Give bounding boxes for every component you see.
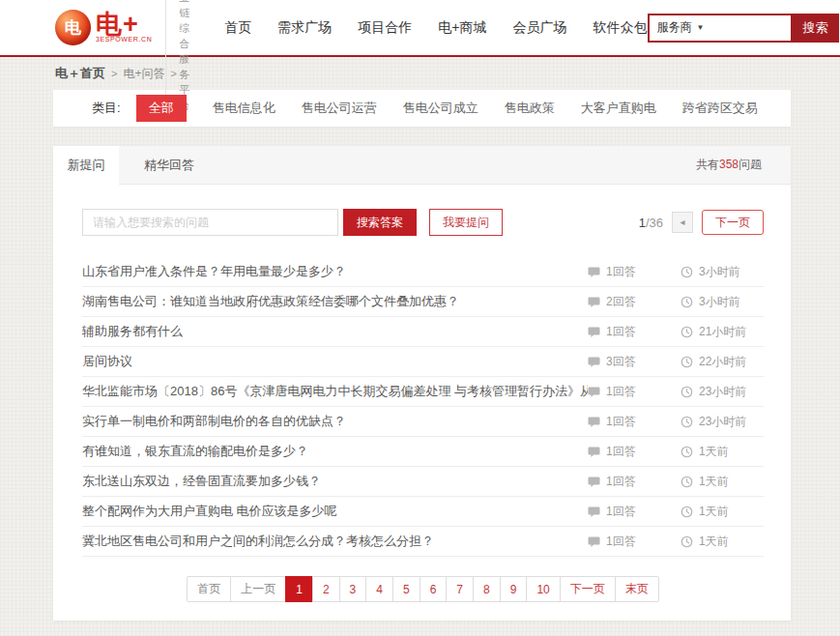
question-time-label: 1天前 [699,474,729,490]
question-link[interactable]: 居间协议 [82,353,588,370]
qa-panel: 新提问 精华回答 共有358问题 搜索答案 我要提问 1/36 ◂ 下一页 山东… [53,146,791,621]
answer-count: 1回答 [588,504,663,520]
comment-icon [588,506,600,518]
pagination-page-3[interactable]: 3 [339,576,367,602]
pagination-prev[interactable]: 上一页 [230,576,286,602]
nav-item-software-crowdsourcing[interactable]: 软件众包 [594,19,648,37]
pagination-last[interactable]: 末页 [615,576,659,602]
header-search-group: 服务商 ▼ 搜索 发布需求 [648,14,840,43]
site-logo[interactable]: 电 电+ 3ESPOWER.CN [55,10,152,45]
category-policy[interactable]: 售电政策 [505,100,555,117]
pagination-page-2[interactable]: 2 [312,576,340,602]
page-indicator-current: 1 [639,216,646,230]
pagination-first[interactable]: 首页 [187,576,231,602]
question-link[interactable]: 湖南售电公司：谁知道当地政府优惠政策经信委哪个文件叠加优惠？ [82,293,588,310]
clock-icon [681,296,693,308]
logo-domain: 3ESPOWER.CN [96,36,152,43]
comment-icon [588,386,600,398]
nav-item-home[interactable]: 首页 [224,19,251,37]
pagination-next[interactable]: 下一页 [560,576,616,602]
answer-count: 1回答 [588,474,663,490]
answer-count: 1回答 [588,444,663,460]
pagination-page-9[interactable]: 9 [500,576,528,602]
question-link[interactable]: 山东省用户准入条件是？年用电量最少是多少？ [82,263,588,280]
clock-icon [681,356,693,368]
category-large-consumer-direct[interactable]: 大客户直购电 [581,100,656,117]
question-time-label: 3小时前 [699,264,740,280]
question-row: 有谁知道，银东直流的输配电价是多少？1回答1天前 [82,437,764,467]
header-search-button[interactable]: 搜索 [793,14,839,43]
answer-count: 1回答 [588,264,663,280]
category-company-operation[interactable]: 售电公司运营 [302,100,377,117]
pagination-page-4[interactable]: 4 [365,576,393,602]
search-answers-button[interactable]: 搜索答案 [343,209,417,236]
pagination-page-6[interactable]: 6 [420,576,448,602]
question-link[interactable]: 东北送山东双边，经鲁固直流要加多少钱？ [82,473,588,490]
question-link[interactable]: 实行单一制电价和两部制电价的各自的优缺点？ [82,413,588,430]
question-time-label: 1天前 [699,534,729,550]
ask-question-button[interactable]: 我要提问 [429,209,503,236]
question-search-input[interactable] [82,209,338,236]
comment-icon [588,356,600,368]
question-time-label: 23小时前 [699,414,746,430]
question-link[interactable]: 有谁知道，银东直流的输配电价是多少？ [82,443,588,460]
page-indicator: 1/36 [639,216,663,230]
clock-icon [681,416,693,428]
question-time-label: 23小时前 [699,384,746,400]
category-all[interactable]: 全部 [136,95,187,122]
prev-page-arrow-button[interactable]: ◂ [672,212,693,233]
question-count-number: 358 [719,158,739,171]
breadcrumb-current[interactable]: 电+问答 [123,66,164,82]
question-time: 3小时前 [681,294,762,310]
clock-icon [681,506,693,518]
question-link[interactable]: 整个配网作为大用户直购电 电价应该是多少呢 [82,503,588,520]
search-category-dropdown[interactable]: 服务商 ▼ [650,19,712,36]
clock-icon [681,266,693,278]
nav-item-project-cooperation[interactable]: 项目合作 [358,19,412,37]
question-count: 共有358问题 [696,157,762,173]
comment-icon [588,296,600,308]
nav-item-dian-mall[interactable]: 电+商城 [438,19,486,37]
category-bar: 类目: 全部售电信息化售电公司运营售电公司成立售电政策大客户直购电跨省跨区交易 [53,90,791,127]
logo-text-wrap: 电+ 3ESPOWER.CN [96,13,152,43]
search-category-label: 服务商 [657,19,692,36]
tab-new-questions[interactable]: 新提问 [53,146,119,186]
question-row: 居间协议3回答22小时前 [82,347,764,377]
question-link[interactable]: 华北监能市场〔2018〕86号《京津唐电网电力中长期交易偏差处理 与考核管理暂行… [82,383,588,400]
clock-icon [681,476,693,488]
question-link[interactable]: 冀北地区售电公司和用户之间的利润怎么分成？考核怎么分担？ [82,533,588,550]
breadcrumb: 电＋首页 > 电+问答 > [0,57,840,90]
pagination-page-5[interactable]: 5 [392,576,420,602]
answer-count-label: 1回答 [606,474,636,490]
main-nav: 首页需求广场项目合作电+商城会员广场软件众包 [224,19,647,37]
pagination: 首页上一页12345678910下一页末页 [82,576,764,602]
nav-item-demand-market[interactable]: 需求广场 [277,19,332,37]
question-link[interactable]: 辅助服务都有什么 [82,323,588,340]
category-company-founding[interactable]: 售电公司成立 [403,100,478,117]
question-time: 1天前 [681,474,762,490]
breadcrumb-separator: > [111,68,117,79]
question-time-label: 21小时前 [699,324,746,340]
answer-count: 2回答 [588,294,663,310]
nav-item-member-plaza[interactable]: 会员广场 [513,19,567,37]
answer-count: 1回答 [588,384,663,400]
question-time: 1天前 [681,504,762,520]
question-row: 湖南售电公司：谁知道当地政府优惠政策经信委哪个文件叠加优惠？2回答3小时前 [82,287,764,317]
category-info-tech[interactable]: 售电信息化 [213,100,275,117]
breadcrumb-home[interactable]: 电＋首页 [55,65,105,82]
pagination-page-10[interactable]: 10 [526,576,560,602]
question-row: 实行单一制电价和两部制电价的各自的优缺点？1回答23小时前 [82,407,764,437]
question-list: 山东省用户准入条件是？年用电量最少是多少？1回答3小时前湖南售电公司：谁知道当地… [82,257,764,557]
answer-count: 1回答 [588,414,663,430]
answer-count-label: 1回答 [606,444,636,460]
pagination-page-8[interactable]: 8 [473,576,501,602]
pagination-page-7[interactable]: 7 [446,576,474,602]
logo-globe-char: 电 [65,16,81,39]
question-time: 3小时前 [681,264,762,280]
category-interprovincial-trading[interactable]: 跨省跨区交易 [682,100,758,117]
pagination-page-1[interactable]: 1 [285,576,313,602]
header: 电 电+ 3ESPOWER.CN 售电产业链 综合服务平台 首页需求广场项目合作… [0,0,840,57]
header-search-box[interactable]: 服务商 ▼ [648,14,793,43]
tab-featured-answers[interactable]: 精华回答 [119,146,219,184]
next-page-button[interactable]: 下一页 [702,210,764,235]
